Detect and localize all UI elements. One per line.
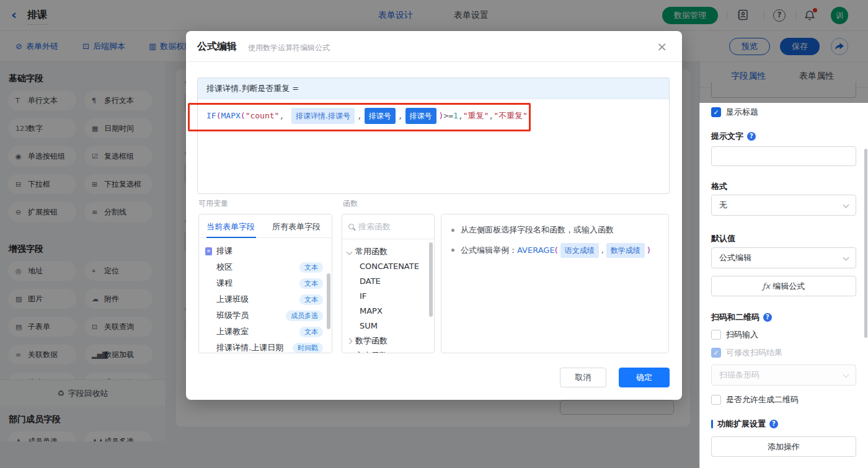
- formula-token-op: >=: [443, 111, 453, 120]
- default-value-label: 默认值: [711, 233, 735, 244]
- bullet-icon: [451, 249, 454, 252]
- form-designer-app: ‹ 排课 表单设计 表单设置 数据管理 ? 训 ⊘表单外链 ⊡后端脚本 ▥数据权…: [0, 0, 868, 468]
- formula-token-str: "重复": [463, 111, 489, 120]
- variable-form-node[interactable]: ≡排课: [205, 243, 328, 259]
- function-item[interactable]: DATE: [347, 274, 434, 289]
- function-group-label: 常用函数: [355, 246, 388, 257]
- variable-row[interactable]: 班级学员成员多选: [205, 307, 328, 324]
- qr-allow-checkbox[interactable]: 是否允许生成二维码: [711, 394, 799, 405]
- variable-row[interactable]: 上课班级文本: [205, 291, 328, 307]
- function-search-input[interactable]: 搜索函数: [342, 214, 434, 239]
- close-icon[interactable]: ×: [657, 39, 667, 54]
- default-value-select[interactable]: 公式编辑: [711, 247, 856, 268]
- chevron-down-icon: [843, 372, 849, 378]
- variable-type-tag: 文本: [299, 294, 323, 305]
- variable-type-tag: 时间戳: [293, 343, 323, 353]
- help-icon[interactable]: ?: [769, 420, 778, 428]
- scan-input-checkbox[interactable]: 扫码输入: [711, 329, 758, 340]
- formula-token-p: (: [555, 245, 558, 255]
- panel-scrollbar[interactable]: [864, 149, 867, 338]
- formula-token-op: ,: [601, 245, 604, 255]
- formula-token-num: 1: [453, 111, 458, 120]
- tip-line: 从左侧面板选择字段名和函数，或输入函数: [451, 223, 658, 237]
- function-list: 常用函数CONCATENATEDATEIFMAPXSUM数学函数文本函数: [342, 239, 434, 353]
- checkbox-checked-disabled-icon: ✓: [711, 348, 721, 358]
- formula-token-op: ,: [279, 111, 289, 120]
- function-group[interactable]: 文本函数: [347, 348, 434, 353]
- chevron-down-icon: [843, 255, 849, 261]
- scan-mode-select[interactable]: 扫描条形码: [711, 364, 856, 386]
- add-action-button[interactable]: 添加操作: [711, 436, 856, 457]
- search-placeholder: 搜索函数: [358, 221, 391, 232]
- function-item[interactable]: IF: [347, 289, 434, 304]
- hint-text-label: 提示文字?: [711, 131, 756, 142]
- formula-token-fn: AVERAGE: [517, 245, 555, 255]
- functions-scrollbar[interactable]: [429, 242, 433, 317]
- variable-row[interactable]: 课程文本: [205, 275, 328, 291]
- function-group[interactable]: 常用函数: [347, 244, 434, 259]
- variable-name: 校区: [216, 262, 299, 273]
- variable-type-tag: 文本: [299, 262, 323, 273]
- chevron-right-icon: [347, 353, 353, 353]
- variables-label: 可用变量: [198, 198, 228, 209]
- tab-current-form-fields[interactable]: 当前表单字段: [206, 221, 255, 232]
- variable-name: 上课教室: [216, 326, 299, 337]
- formula-editor: 排课详情.判断是否重复 = IF(MAPX("count", 排课详情.排课号,…: [197, 77, 670, 194]
- scan-qr-section-label: 扫码和二维码?: [711, 312, 772, 323]
- function-item[interactable]: SUM: [347, 319, 434, 333]
- formula-edit-modal: 公式编辑 使用数学运算符编辑公式 × 排课详情.判断是否重复 = IF(MAPX…: [186, 31, 682, 400]
- formula-token-op: ,: [398, 111, 403, 120]
- modal-mask[interactable]: [699, 0, 868, 103]
- form-name: 排课: [216, 245, 232, 257]
- function-item[interactable]: CONCATENATE: [347, 259, 434, 274]
- variable-type-tag: 成员多选: [286, 311, 323, 321]
- field-chip[interactable]: 排课号: [365, 108, 396, 124]
- formula-token-p: ): [528, 111, 533, 120]
- fx-icon: ƒx: [763, 281, 770, 291]
- confirm-button[interactable]: 确定: [619, 368, 670, 387]
- tab-all-form-fields[interactable]: 所有表单字段: [272, 221, 321, 232]
- chevron-down-icon: [843, 202, 849, 208]
- variables-panel: 当前表单字段 所有表单字段 ≡排课校区文本课程文本上课班级文本班级学员成员多选上…: [198, 214, 332, 353]
- field-properties-panel: ✓ 显示标题 提示文字? 格式 无 默认值 公式编辑 ƒx 编辑公式 扫码和二维…: [700, 103, 868, 468]
- form-doc-icon: ≡: [205, 247, 212, 255]
- edit-formula-button[interactable]: ƒx 编辑公式: [711, 276, 856, 296]
- field-chip[interactable]: 数学成绩: [606, 243, 645, 258]
- function-item[interactable]: MAPX: [347, 304, 434, 319]
- function-group-label: 文本函数: [355, 350, 388, 353]
- variables-tabs: 当前表单字段 所有表单字段: [199, 214, 332, 238]
- checkbox-unchecked-icon: [711, 395, 721, 405]
- function-group[interactable]: 数学函数: [347, 333, 434, 348]
- help-icon[interactable]: ?: [763, 313, 772, 322]
- variable-type-tag: 文本: [299, 278, 323, 289]
- field-chip[interactable]: 排课详情.排课号: [291, 108, 355, 124]
- variable-name: 课程: [216, 278, 299, 289]
- functions-label: 函数: [343, 198, 358, 209]
- variables-scrollbar[interactable]: [327, 273, 330, 329]
- field-chip[interactable]: 排课号: [405, 108, 436, 124]
- variable-row[interactable]: 校区文本: [205, 259, 328, 275]
- format-select[interactable]: 无: [711, 195, 856, 216]
- formula-target-label: 排课详情.判断是否重复 =: [198, 78, 669, 99]
- section-bar-icon: [711, 420, 713, 428]
- tips-panel: 从左侧面板选择字段名和函数，或输入函数 公式编辑举例：AVERAGE(语文成绩,…: [441, 214, 669, 353]
- help-icon[interactable]: ?: [747, 132, 756, 141]
- hint-text-input[interactable]: [711, 146, 856, 166]
- formula-input-area[interactable]: IF(MAPX("count", 排课详情.排课号,排课号,排课号)>=1,"重…: [198, 99, 669, 133]
- field-chip[interactable]: 语文成绩: [560, 243, 599, 258]
- variables-tree: ≡排课校区文本课程文本上课班级文本班级学员成员多选上课教室文本排课详情.上课日期…: [199, 238, 332, 353]
- formula-token-op: ,: [489, 111, 494, 120]
- cancel-button[interactable]: 取消: [560, 368, 606, 387]
- formula-token-str: "不重复": [494, 111, 528, 120]
- tip-example-line: 公式编辑举例：AVERAGE(语文成绩,数学成绩): [451, 243, 658, 258]
- scan-editable-checkbox[interactable]: ✓ 可修改扫码结果: [711, 347, 782, 358]
- variable-row[interactable]: 排课详情.上课日期时间戳: [205, 340, 328, 353]
- formula-token-fn: IF: [206, 111, 216, 120]
- variable-type-tag: 文本: [299, 327, 323, 337]
- variable-row[interactable]: 上课教室文本: [205, 324, 328, 340]
- formula-token-op: ,: [357, 111, 362, 120]
- show-title-checkbox[interactable]: ✓ 显示标题: [711, 107, 758, 118]
- formula-token-op: ,: [458, 111, 463, 120]
- variable-name: 上课班级: [216, 294, 299, 305]
- formula-token-str: "count": [246, 111, 280, 120]
